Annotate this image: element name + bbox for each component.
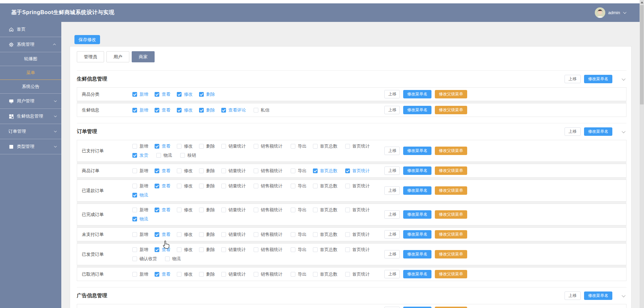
permission-option[interactable]: 首页统计 (345, 207, 378, 213)
permission-option[interactable]: 物流 (132, 216, 148, 222)
checkbox[interactable] (313, 184, 318, 188)
sidebar-item-menu[interactable]: 菜单 (0, 66, 61, 80)
checkbox[interactable] (254, 144, 258, 149)
permission-option[interactable]: 新增 (132, 247, 155, 253)
permission-option[interactable]: 导出 (291, 207, 313, 213)
row-reparent-button[interactable]: 修改父级菜单 (435, 307, 467, 308)
permission-option[interactable]: 销量统计 (221, 232, 254, 238)
checkbox[interactable] (291, 247, 295, 252)
scrollbar-thumb[interactable] (640, 5, 644, 104)
checkbox[interactable] (313, 232, 318, 237)
row-rename-button[interactable]: 修改菜单名 (403, 106, 431, 114)
chevron-down-icon[interactable] (622, 76, 625, 80)
permission-option[interactable]: 修改 (177, 143, 199, 149)
permission-option[interactable]: 查看 (155, 107, 177, 113)
checkbox[interactable] (221, 108, 226, 113)
row-rename-button[interactable]: 修改菜单名 (403, 270, 431, 278)
sidebar-item-home[interactable]: 首页 (0, 22, 61, 37)
checkbox[interactable] (199, 272, 204, 277)
permission-option[interactable]: 首页总数 (313, 168, 345, 174)
permission-option[interactable]: 首页统计 (345, 232, 378, 238)
checkbox[interactable] (345, 272, 350, 277)
row-move-up-button[interactable]: 上移 (384, 186, 400, 195)
row-reparent-button[interactable]: 修改父级菜单 (435, 106, 467, 114)
permission-option[interactable]: 私信 (254, 107, 291, 113)
permission-option[interactable]: 新增 (132, 143, 155, 149)
checkbox[interactable] (132, 184, 137, 188)
permission-option[interactable]: 导出 (291, 247, 313, 253)
checkbox[interactable] (199, 168, 204, 173)
permission-option[interactable]: 删除 (199, 271, 221, 277)
checkbox[interactable] (155, 108, 159, 113)
permission-option[interactable]: 修改 (177, 168, 199, 174)
permission-option[interactable]: 销量统计 (221, 271, 254, 277)
permission-option[interactable]: 修改 (177, 207, 199, 213)
row-move-up-button[interactable]: 上移 (384, 230, 400, 239)
row-rename-button[interactable]: 修改菜单名 (403, 307, 431, 308)
permission-option[interactable]: 删除 (199, 183, 221, 189)
checkbox[interactable] (313, 208, 318, 212)
permission-option[interactable]: 查看 (155, 168, 177, 174)
checkbox[interactable] (155, 92, 159, 97)
chevron-down-icon[interactable] (622, 129, 625, 133)
checkbox[interactable] (132, 217, 137, 221)
row-rename-button[interactable]: 修改菜单名 (403, 186, 431, 195)
checkbox[interactable] (291, 208, 295, 212)
section-move-up-button[interactable]: 上移 (565, 127, 581, 136)
checkbox[interactable] (132, 153, 137, 158)
checkbox[interactable] (199, 232, 204, 237)
permission-option[interactable]: 首页总数 (313, 143, 345, 149)
row-reparent-button[interactable]: 修改父级菜单 (435, 147, 467, 155)
sidebar-item-orders[interactable]: 订单管理 (0, 124, 61, 139)
permission-option[interactable]: 新增 (132, 168, 155, 174)
permission-option[interactable]: 销售额统计 (254, 143, 291, 149)
checkbox[interactable] (291, 168, 295, 173)
checkbox[interactable] (291, 144, 295, 149)
permission-option[interactable]: 销售额统计 (254, 183, 291, 189)
row-rename-button[interactable]: 修改菜单名 (403, 147, 431, 155)
checkbox[interactable] (156, 153, 161, 158)
permission-option[interactable]: 销售额统计 (254, 207, 291, 213)
section-rename-button[interactable]: 修改菜单名 (584, 291, 612, 300)
row-move-up-button[interactable]: 上移 (384, 106, 400, 114)
checkbox[interactable] (254, 247, 258, 252)
checkbox[interactable] (177, 144, 182, 149)
scroll-up-button[interactable] (640, 0, 644, 5)
row-rename-button[interactable]: 修改菜单名 (403, 166, 431, 175)
permission-option[interactable]: 导出 (291, 232, 313, 238)
permission-option[interactable]: 删除 (199, 232, 221, 238)
permission-option[interactable]: 新增 (132, 183, 155, 189)
permission-option[interactable]: 修改 (177, 232, 199, 238)
checkbox[interactable] (221, 184, 226, 188)
row-reparent-button[interactable]: 修改父级菜单 (435, 186, 467, 195)
permission-option[interactable]: 删除 (199, 143, 221, 149)
permission-option[interactable]: 修改 (177, 183, 199, 189)
checkbox[interactable] (345, 208, 350, 212)
checkbox[interactable] (199, 92, 204, 97)
permission-option[interactable]: 首页统计 (345, 271, 378, 277)
avatar[interactable] (595, 7, 605, 18)
permission-option[interactable]: 修改 (177, 91, 199, 97)
row-move-up-button[interactable]: 上移 (384, 270, 400, 278)
checkbox[interactable] (313, 247, 318, 252)
checkbox[interactable] (155, 232, 159, 237)
row-move-up-button[interactable]: 上移 (384, 307, 400, 308)
section-rename-button[interactable]: 修改菜单名 (584, 75, 612, 83)
checkbox[interactable] (180, 153, 185, 158)
checkbox[interactable] (155, 208, 159, 212)
sidebar-item-users[interactable]: 用户管理 (0, 94, 61, 109)
checkbox[interactable] (155, 247, 159, 252)
checkbox[interactable] (254, 108, 258, 113)
checkbox[interactable] (345, 232, 350, 237)
checkbox[interactable] (291, 184, 295, 188)
tab-merchant[interactable]: 商家 (132, 51, 155, 62)
vertical-scrollbar[interactable] (640, 0, 644, 308)
checkbox[interactable] (254, 208, 258, 212)
permission-option[interactable]: 修改 (177, 107, 199, 113)
checkbox[interactable] (132, 208, 137, 212)
permission-option[interactable]: 物流 (132, 192, 148, 198)
row-rename-button[interactable]: 修改菜单名 (403, 250, 431, 258)
permission-option[interactable]: 销量统计 (221, 143, 254, 149)
permission-option[interactable]: 删除 (199, 207, 221, 213)
permission-option[interactable]: 删除 (199, 247, 221, 253)
